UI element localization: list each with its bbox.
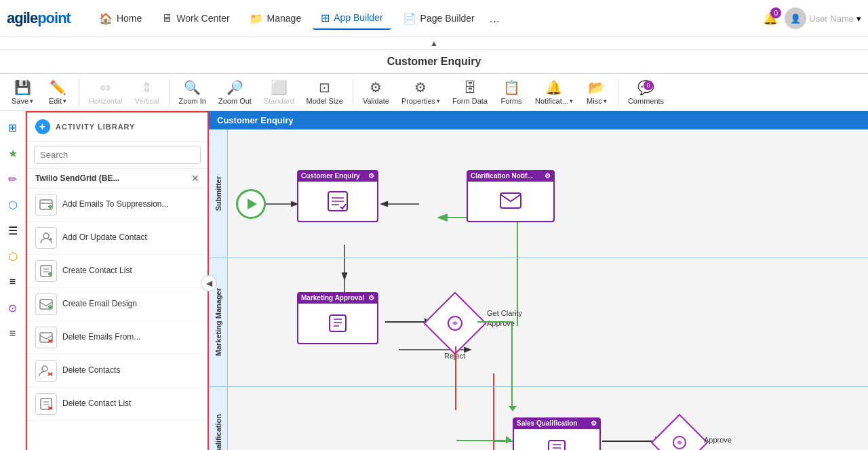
delete-emails-icon [35,327,57,348]
green-arrow-right [477,321,511,323]
manage-icon: 📁 [250,12,263,25]
properties-label: Properties [401,97,435,105]
edit-arrow: ▾ [63,98,66,104]
sidebar-lines-icon[interactable]: ≡ [2,271,24,293]
sales-qualification-gear[interactable]: ⚙ [591,420,597,427]
sidebar-edit-icon[interactable]: ✏ [2,168,24,190]
sidebar-icons: ⊞ ★ ✏ ⬡ ☰ ⬡ ≡ ⊙ ≡ [0,111,26,450]
page-title: Customer Enquiry [387,56,481,67]
add-activity-button[interactable]: + [35,119,50,134]
red-line-mid [455,363,456,410]
properties-button[interactable]: ⚙ Properties ▾ [396,77,446,108]
standard-button[interactable]: ⬜ Standard [258,77,300,108]
sidebar-layer-icon[interactable]: ⬡ [2,194,24,216]
activity-item-add-emails[interactable]: Add Emails To Suppression... [27,188,208,222]
arrowhead-to-sales [506,436,511,444]
node-sales-qualification[interactable]: Sales Qualification ⚙ [513,417,601,450]
zoom-out-label: Zoom Out [218,97,252,105]
canvas-title: Customer Enquiry [209,111,868,129]
node-customer-enquiry[interactable]: Customer Enquiry ⚙ [297,170,378,222]
sidebar-star-icon[interactable]: ★ [2,142,24,164]
marketing-text: Marketing Manager [214,288,222,356]
edit-icon: ✏️ [50,79,66,96]
comments-badge: 0 [644,81,653,90]
node-marketing-approval[interactable]: Marketing Approval ⚙ [297,292,378,344]
activity-item-add-update-contact[interactable]: Add Or Update Contact [27,222,208,255]
notifications-icon: 🔔 [545,79,562,96]
nav-manage[interactable]: 📁 Manage [241,8,310,29]
sidebar-grid-icon[interactable]: ⊞ [2,117,24,138]
horizontal-button[interactable]: ⇔ Horizontal [83,77,128,108]
toolbar-sep-2 [169,79,170,106]
notification-badge: 0 [770,7,781,18]
nav-pagebuilder-label: Page Builder [420,13,475,24]
category-close-button[interactable]: ✕ [191,173,199,184]
nav-workcenter[interactable]: 🖥 Work Center [153,8,237,28]
horizontal-icon: ⇔ [100,79,111,96]
activity-item-create-email-design[interactable]: Create Email Design [27,288,208,321]
customer-enquiry-label: Customer Enquiry [301,172,360,180]
vertical-button[interactable]: ⇕ Vertical [130,77,165,108]
customer-enquiry-gear[interactable]: ⚙ [368,172,374,180]
sidebar-text-icon[interactable]: ≡ [2,323,24,344]
edit-button[interactable]: ✏️ Edit ▾ [41,77,75,108]
activity-item-delete-emails[interactable]: Delete Emails From... [27,321,208,354]
delete-contact-list-label: Delete Contact List [62,398,131,409]
nav-pagebuilder[interactable]: 📄 Page Builder [395,8,483,29]
collapse-panel-button[interactable]: ◀ [201,275,217,291]
validate-button[interactable]: ⚙ Validate [357,77,395,108]
user-name: User Name [809,14,854,24]
canvas-body[interactable]: Submitter Customer Enquiry ⚙ [209,129,868,450]
activity-item-create-contact-list[interactable]: Create Contact List [27,255,208,288]
misc-button[interactable]: 📂 Misc ▾ [580,77,614,108]
more-options[interactable]: ... [486,12,503,26]
sidebar-list-icon[interactable]: ☰ [2,220,24,241]
sidebar-circles-icon[interactable]: ⬡ [2,245,24,267]
marketing-approval-gear[interactable]: ⚙ [368,294,374,302]
search-input[interactable] [34,146,201,164]
nav-home[interactable]: 🏠 Home [91,8,150,29]
comments-label: Comments [628,97,664,105]
save-label: Save [12,97,28,105]
zoom-out-button[interactable]: 🔎 Zoom Out [213,77,257,108]
sidebar-clock-icon[interactable]: ⊙ [2,297,24,319]
nav-appbuilder[interactable]: ⊞ App Builder [313,7,391,30]
diamond-sales-icon [659,422,700,450]
create-contact-list-label: Create Contact List [62,266,132,277]
nav-home-label: Home [117,13,142,24]
lane-marketing: Marketing Manager Marketing Approval ⚙ [209,258,868,387]
chevron-up-btn[interactable]: ▲ [430,39,438,48]
model-size-button[interactable]: ⊡ Model Size [301,77,349,108]
forms-icon: 📋 [503,79,520,96]
forms-button[interactable]: 📋 Forms [494,77,528,108]
svg-rect-46 [549,441,565,450]
nav-right: 🔔 0 👤 User Name ▾ [763,7,861,29]
start-node[interactable] [236,189,266,219]
lane-submitter: Submitter Customer Enquiry ⚙ [209,129,868,258]
toolbar-sep-3 [353,79,353,106]
diamond-marketing-icon [433,301,477,346]
sales-qualification-icon [546,438,568,450]
marketing-approval-label: Marketing Approval [301,294,364,302]
user-menu[interactable]: 👤 User Name ▾ [785,7,861,29]
notification-bell[interactable]: 🔔 0 [763,11,778,26]
node-clarification-notif[interactable]: Clarification Notif... ⚙ [467,170,555,222]
form-data-button[interactable]: 🗄 Form Data [447,77,493,108]
add-emails-suppression-label: Add Emails To Suppression... [62,199,169,210]
comments-button[interactable]: 💬 0 Comments [623,77,669,108]
misc-icon: 📂 [588,79,605,96]
comments-icon-wrap: 💬 0 [637,79,654,96]
approve-label: Approve [487,319,515,327]
edit-label: Edit [49,97,62,105]
activity-item-delete-contacts[interactable]: Delete Contacts [27,354,208,388]
lane-sales-label: Sales Qualification [209,387,228,450]
clarification-gear[interactable]: ⚙ [545,172,551,180]
nav-workcenter-label: Work Center [176,13,229,24]
activity-item-delete-contact-list[interactable]: Delete Contact List [27,388,208,421]
properties-arrow: ▾ [437,98,440,104]
save-button[interactable]: 💾 Save ▾ [5,77,39,108]
zoom-in-button[interactable]: 🔍 Zoom In [174,77,212,108]
delete-contacts-icon [35,360,57,382]
notifications-button[interactable]: 🔔 Notificat... ▾ [530,77,578,108]
activity-list: Add Emails To Suppression... Add Or Upda… [27,188,208,450]
